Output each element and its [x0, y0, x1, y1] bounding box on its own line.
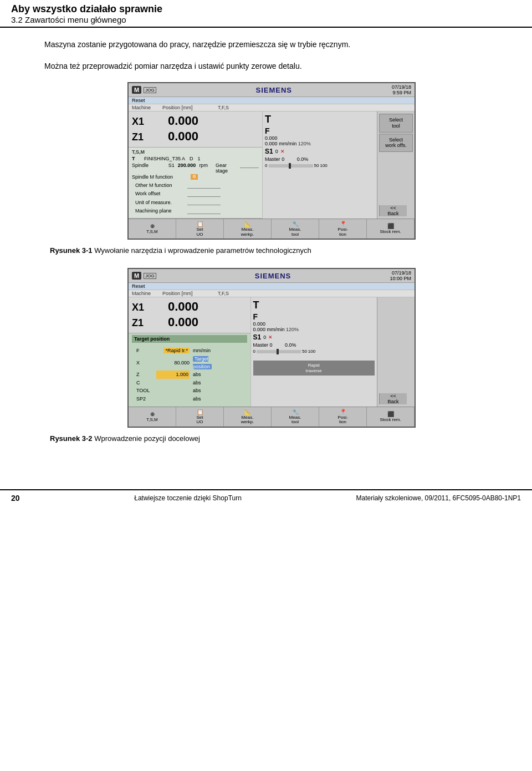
- bottom-btn-meas-tool-1[interactable]: 🔧 Meas. tool: [272, 219, 319, 239]
- gear-label: Gear stage: [216, 163, 237, 174]
- master-row-2: Master 0 0.0%: [253, 342, 375, 348]
- target-row-f: F *Rapid tr.* mm/min: [136, 347, 243, 354]
- screen2-container: M JOG SIEMENS 07/19/18 10:00 PM Reset Ma…: [44, 268, 499, 431]
- bottom-btn-meas-werkp-1[interactable]: 📐 Meas. werkp.: [224, 219, 272, 239]
- bottom-btn-meas-werkp-2[interactable]: 📐 Meas. werkp.: [224, 407, 272, 427]
- reset-label-2: Reset: [132, 283, 145, 289]
- page-title-main: Aby wszystko działało sprawnie: [11, 3, 521, 15]
- meas-tool-icon: 🔧: [292, 221, 299, 227]
- bottom-tsm-label-2: T,S,M: [146, 418, 157, 423]
- s-block-2: S1 0 ✕: [253, 333, 375, 341]
- footer-right: Materiały szkoleniowe, 09/2011, 6FC5095-…: [356, 494, 521, 502]
- datetime-1: 07/19/18 9:59 PM: [392, 84, 411, 95]
- back-label-1: Back: [387, 211, 398, 216]
- cnc-bottom-bar-1: ⊕ T,S,M 📋 Set UO 📐 Meas. werkp. 🔧 Meas. …: [129, 219, 415, 239]
- rapid-tr-val: *Rapid tr.*: [156, 347, 190, 354]
- slider-100: 100: [320, 163, 327, 168]
- col-position: Position [mm]: [162, 105, 218, 110]
- target-table: F *Rapid tr.* mm/min X 80.000 Targe: [132, 344, 247, 405]
- master-label-2: Master: [253, 342, 269, 348]
- other-m-label: Other M function: [135, 181, 185, 190]
- bottom-btn-position-2[interactable]: 📍 Posi- tion: [319, 407, 367, 427]
- s-label-2: S1: [253, 333, 262, 341]
- bottom-btn-setuo-1[interactable]: 📋 Set UO: [176, 219, 224, 239]
- s-val-2: 0: [263, 334, 266, 340]
- fig2-text: Wprowadzenie pozycji docelowej: [94, 434, 200, 443]
- slider-bar-2[interactable]: [257, 350, 301, 353]
- sp2-row-unit: abs: [193, 395, 209, 403]
- page-title-sub: 3.2 Zawartości menu głównego: [11, 15, 521, 24]
- slider-0: 0: [265, 163, 267, 168]
- target-row-sp2: SP2 abs: [136, 395, 243, 403]
- fig1-num: Rysunek 3-1: [50, 246, 93, 255]
- screen1-container: M JOG SIEMENS 07/19/18 9:59 PM Reset Mac…: [44, 82, 499, 243]
- sp2-row-label: SP2: [136, 395, 153, 403]
- bottom-btn-stock-2[interactable]: ⬛ Stock rem.: [367, 407, 415, 427]
- jog-icon: JOG: [144, 87, 156, 93]
- bottom-meas-werkp-label-2: Meas. werkp.: [241, 415, 254, 425]
- bottom-stock-label-2: Stock rem.: [380, 418, 401, 423]
- x-row-unit: Target position: [193, 355, 209, 371]
- jog-icon-2: JOG: [144, 273, 156, 279]
- machining-plane-label: Machining plane: [135, 207, 185, 215]
- s-cross-2: ✕: [268, 334, 273, 340]
- tfs-col-2: T F 0.000 0.000 mm/min 120%: [250, 297, 377, 407]
- sidebar-spacer-2: [379, 300, 413, 392]
- slider-bar-1[interactable]: [269, 164, 313, 168]
- bottom-btn-stock-1[interactable]: ⬛ Stock rem.: [367, 219, 415, 239]
- page-footer: 20 Łatwiejsze toczenie dzięki ShopTurn M…: [0, 489, 532, 506]
- bottom-btn-meas-tool-2[interactable]: 🔧 Meas. tool: [272, 407, 319, 427]
- rapid-traverse-btn[interactable]: Rapid traverse: [253, 361, 375, 376]
- sidebar-btn-select-tool-1[interactable]: Select tool: [379, 114, 413, 133]
- f-unit-2: mm/min: [267, 327, 285, 332]
- gear-icon-1: ⚙: [191, 174, 198, 180]
- t-display: T: [265, 114, 375, 125]
- back-label-2: Back: [387, 399, 398, 404]
- bottom-tsm-label: T,S,M: [146, 230, 157, 235]
- other-m-input[interactable]: [187, 183, 221, 189]
- siemens-logo-1: SIEMENS: [256, 86, 293, 94]
- cnc-left-2: X1 0.000 Z1 0.000 Target position: [129, 297, 250, 407]
- spindle-unit: rpm: [199, 163, 208, 174]
- sidebar-btn-work-offs-1[interactable]: Select work offs.: [379, 134, 413, 153]
- bottom-btn-position-1[interactable]: 📍 Posi- tion: [319, 219, 367, 239]
- figure2-caption: Rysunek 3-2 Wprowadzenie pozycji docelow…: [44, 434, 499, 443]
- x-row-label: X: [136, 359, 153, 367]
- work-offset-input[interactable]: [187, 191, 221, 197]
- reset-bar-2: Reset: [129, 283, 415, 290]
- spindle-rpm: 200.000: [178, 163, 196, 174]
- col-headers-2: Machine Position [mm] T,F,S: [129, 290, 415, 297]
- slider-knob-1: [289, 163, 291, 169]
- tfs-inner: T F 0.000 0.000 mm/min 120%: [265, 114, 375, 168]
- unit-measure-row: Unit of measure.: [135, 199, 255, 207]
- z-row-unit: abs: [193, 371, 209, 378]
- mm-min-unit: mm/min: [193, 347, 209, 354]
- tool-row-label: TOOL: [136, 387, 153, 394]
- slider-50-2: 50: [302, 349, 307, 354]
- setuo-icon-2: 📋: [197, 409, 203, 415]
- work-offset-row: Work offset: [135, 190, 255, 198]
- x-axis-row-2: X1 0.000: [132, 300, 236, 314]
- bottom-btn-setuo-2[interactable]: 📋 Set UO: [176, 407, 224, 427]
- footer-left: Łatwiejsze toczenie dzięki ShopTurn: [134, 494, 242, 502]
- tsm-header-1: T,S,M: [132, 149, 259, 155]
- spindle-m-label: Spindle M function: [132, 174, 187, 180]
- f-display-2: F 0.000 0.000 mm/min 120%: [253, 312, 375, 332]
- back-btn-2[interactable]: << Back: [379, 393, 407, 404]
- t-val: FINISHING_T35 A: [144, 156, 185, 161]
- z-row-val: 1.000: [156, 371, 190, 378]
- bottom-btn-tsm-2[interactable]: ⊕ T,S,M: [129, 407, 176, 427]
- bottom-btn-tsm-1[interactable]: ⊕ T,S,M: [129, 219, 176, 239]
- f-values-2: 0.000 0.000 mm/min 120%: [253, 321, 375, 332]
- m-icon: M: [132, 86, 141, 94]
- axes-col-1: X1 0.000 Z1 0.000: [129, 111, 239, 147]
- s-val: 0: [275, 149, 278, 154]
- col-headers-1: Machine Position [mm] T,F,S: [129, 104, 415, 111]
- figure1-caption: Rysunek 3-1 Wywołanie narzędzia i wprowa…: [44, 246, 499, 255]
- tfs-inner-2: T F 0.000 0.000 mm/min 120%: [253, 300, 375, 376]
- unit-measure-input[interactable]: [187, 200, 221, 205]
- bottom-meas-tool-label: Meas. tool: [289, 227, 301, 237]
- machining-plane-input[interactable]: [187, 209, 221, 214]
- cnc-left-1: X1 0.000 Z1 0.000 T,S,M T FINISHI: [129, 111, 262, 219]
- back-btn-1[interactable]: << Back: [379, 205, 407, 216]
